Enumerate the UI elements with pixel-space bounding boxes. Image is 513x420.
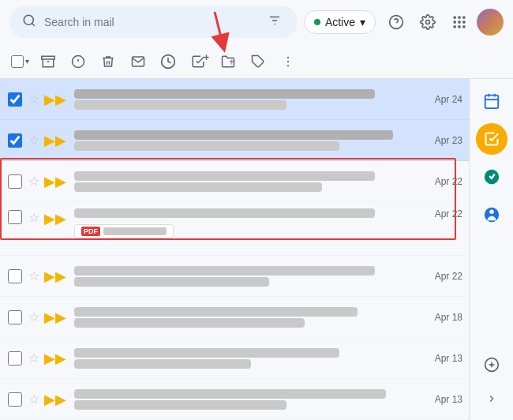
forward-icon: ▶▶: [44, 91, 66, 108]
sidebar-expand-button[interactable]: [480, 387, 504, 414]
email-preview-bar: [74, 100, 286, 110]
email-content: [74, 348, 429, 369]
help-button[interactable]: [382, 8, 410, 36]
star-icon[interactable]: ☆: [28, 210, 39, 225]
email-content: [74, 266, 429, 287]
forward-icon: ▶▶: [44, 210, 66, 227]
email-checkbox[interactable]: [8, 210, 22, 224]
email-subject-bar: [74, 208, 375, 218]
search-box[interactable]: [9, 6, 298, 38]
delete-button[interactable]: [94, 47, 122, 76]
email-date: Apr 13: [435, 353, 462, 364]
archive-button[interactable]: [34, 47, 62, 76]
email-date: Apr 13: [435, 394, 462, 405]
select-all-checkbox[interactable]: [11, 55, 24, 68]
email-subject-bar: [74, 348, 339, 358]
settings-button[interactable]: [414, 8, 442, 36]
svg-point-28: [287, 60, 289, 62]
star-icon[interactable]: ☆: [28, 174, 39, 189]
email-subject-bar: [74, 89, 375, 99]
email-preview-bar: [74, 277, 269, 287]
email-date: Apr 22: [435, 271, 462, 282]
move-to-button[interactable]: [214, 47, 242, 76]
pdf-icon: PDF: [81, 227, 100, 236]
sidebar-tasks-icon[interactable]: [476, 123, 507, 155]
email-row[interactable]: ☆ ▶▶ Apr 18: [0, 297, 469, 338]
star-icon[interactable]: ☆: [28, 351, 39, 366]
email-row[interactable]: ☆ ▶▶ PDF Apr 22: [0, 202, 469, 256]
email-row[interactable]: ☆ ▶▶ Apr 23: [0, 120, 469, 161]
sidebar-add-button[interactable]: [476, 349, 507, 381]
email-row[interactable]: ☆ ▶▶ Apr 13: [0, 379, 469, 420]
svg-rect-11: [454, 21, 456, 23]
svg-point-29: [287, 65, 289, 66]
svg-rect-14: [454, 25, 456, 28]
svg-rect-17: [42, 56, 55, 59]
svg-rect-8: [454, 17, 456, 19]
star-icon[interactable]: ☆: [28, 133, 39, 148]
svg-rect-9: [458, 17, 460, 19]
forward-icon: ▶▶: [44, 309, 66, 326]
email-checkbox[interactable]: [8, 174, 22, 189]
email-subject-bar: [74, 171, 375, 181]
email-date: Apr 22: [435, 176, 462, 187]
sidebar-contacts-icon[interactable]: [476, 199, 507, 231]
avatar[interactable]: [477, 9, 504, 36]
svg-rect-10: [462, 17, 465, 19]
star-icon[interactable]: ☆: [28, 268, 39, 283]
svg-point-7: [426, 21, 430, 24]
pdf-attachment[interactable]: PDF: [74, 224, 174, 238]
forward-icon: ▶▶: [44, 132, 66, 149]
svg-rect-31: [485, 96, 498, 109]
star-icon[interactable]: ☆: [28, 309, 39, 324]
email-preview-bar: [74, 359, 251, 369]
email-subject-bar: [74, 266, 375, 276]
forward-icon: ▶▶: [44, 268, 66, 285]
main-area: ☆ ▶▶ Apr 24 ☆ ▶▶ Apr 23 ☆ ▶▶: [0, 79, 513, 420]
select-all-button[interactable]: ▾: [8, 47, 32, 76]
svg-point-27: [287, 56, 289, 58]
email-checkbox[interactable]: [8, 310, 22, 324]
email-subject-bar: [74, 130, 393, 140]
toolbar: ▾ +: [0, 44, 513, 79]
email-checkbox[interactable]: [8, 392, 22, 407]
snooze-button[interactable]: [154, 47, 182, 76]
sidebar-calendar-icon[interactable]: [476, 85, 507, 117]
search-input[interactable]: [44, 16, 256, 28]
email-row[interactable]: ☆ ▶▶ Apr 24: [0, 79, 469, 120]
email-subject-bar: [74, 307, 358, 317]
active-label: Active: [325, 16, 355, 28]
apps-button[interactable]: [445, 8, 474, 36]
select-dropdown-icon[interactable]: ▾: [25, 57, 29, 66]
email-subject-bar: [74, 389, 386, 399]
star-icon[interactable]: ☆: [28, 392, 39, 407]
svg-rect-13: [462, 21, 465, 23]
more-button[interactable]: [274, 47, 302, 76]
report-spam-button[interactable]: [64, 47, 92, 76]
email-date: Apr 22: [435, 208, 462, 219]
email-content: [74, 389, 429, 410]
email-row[interactable]: ☆ ▶▶ Apr 22: [0, 256, 469, 297]
email-checkbox[interactable]: [8, 269, 22, 283]
email-preview-bar: [74, 182, 322, 192]
email-preview-bar: [74, 400, 286, 410]
label-button[interactable]: [244, 47, 272, 76]
chevron-down-icon: ▾: [360, 16, 365, 28]
email-date: Apr 24: [435, 94, 462, 105]
email-content: PDF: [74, 208, 429, 238]
email-date: Apr 18: [435, 312, 462, 323]
filter-icon[interactable]: [264, 10, 285, 35]
email-row[interactable]: ☆ ▶▶ Apr 13: [0, 338, 469, 379]
email-checkbox[interactable]: [8, 92, 22, 107]
star-icon[interactable]: ☆: [28, 92, 39, 107]
active-status-button[interactable]: Active ▾: [304, 10, 376, 34]
sidebar-meet-icon[interactable]: [476, 161, 507, 193]
add-task-button[interactable]: +: [184, 47, 212, 76]
email-checkbox[interactable]: [8, 351, 22, 366]
email-preview-bar: [74, 141, 339, 151]
email-row[interactable]: ☆ ▶▶ Apr 22: [0, 161, 469, 202]
search-icon: [22, 13, 36, 31]
svg-line-1: [32, 23, 34, 25]
email-checkbox[interactable]: [8, 133, 22, 148]
mark-unread-button[interactable]: [124, 47, 152, 76]
